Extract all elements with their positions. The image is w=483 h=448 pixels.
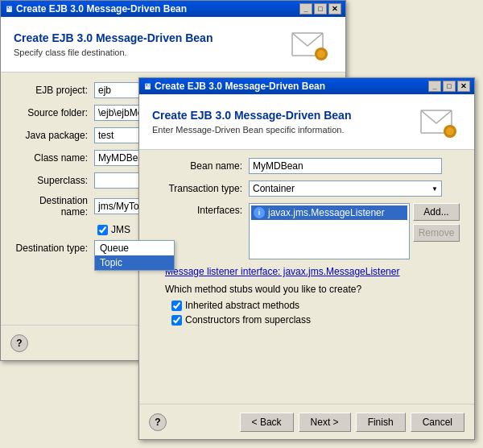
bg-minimize-btn[interactable]: _ [299,3,312,15]
transaction-type-value: Container [253,183,295,194]
interfaces-list: i javax.jms.MessageListener [249,203,410,259]
superclass-label: Superclass: [14,175,94,186]
jms-label: JMS [111,224,130,235]
foreground-window: 🖥 Create EJB 3.0 Message-Driven Bean _ □… [138,77,475,440]
inherited-abstract-row: Inherited abstract methods [171,300,461,311]
bg-header-icon [291,27,332,62]
transaction-type-row: Transaction type: Container [152,180,461,197]
fg-maximize-btn[interactable]: □ [443,81,456,92]
destination-type-popup: Queue Topic [94,240,175,271]
add-interface-btn[interactable]: Add... [413,203,460,221]
message-listener-link[interactable]: Message listener interface: javax.jms.Me… [165,266,399,277]
svg-point-2 [317,50,325,58]
fg-header-subtitle: Enter Message-Driven Bean specific infor… [152,125,351,135]
inherited-abstract-checkbox[interactable] [171,301,182,311]
bean-name-input[interactable] [249,158,442,174]
bg-close-btn[interactable]: ✕ [328,3,341,15]
java-package-label: Java package: [14,130,94,141]
destination-name-label: Destination name: [14,195,94,218]
method-stubs-title: Which method stubs would you like to cre… [165,284,461,295]
fg-next-btn[interactable]: Next > [299,413,351,432]
source-folder-label: Source folder: [14,107,94,118]
fg-window-title: Create EJB 3.0 Message-Driven Bean [155,81,325,92]
transaction-type-label: Transaction type: [152,183,249,194]
destination-type-container: Topic Queue Topic [94,240,175,256]
fg-bottom-bar: ? < Back Next > Finish Cancel [139,404,474,439]
destination-type-label: Destination type: [14,243,94,254]
fg-form: Bean name: Transaction type: Container I… [139,150,474,337]
mail-envelope-icon [291,27,332,62]
bg-maximize-btn[interactable]: □ [314,3,327,15]
queue-option[interactable]: Queue [95,241,174,255]
bg-help-btn[interactable]: ? [10,334,28,352]
transaction-type-select[interactable]: Container [249,180,442,197]
fg-mail-envelope-icon [419,104,461,139]
jms-checkbox[interactable] [97,225,108,235]
bean-name-label: Bean name: [152,160,249,172]
fg-minimize-btn[interactable]: _ [428,81,441,92]
method-stubs-section: Which method stubs would you like to cre… [165,284,461,326]
fg-finish-btn[interactable]: Finish [356,413,406,432]
bg-titlebar: 🖥 Create EJB 3.0 Message-Driven Bean _ □… [1,1,345,17]
remove-interface-btn[interactable]: Remove [413,224,460,242]
fg-header-title: Create EJB 3.0 Message-Driven Bean [152,109,351,122]
bean-name-row: Bean name: [152,158,461,174]
fg-back-btn[interactable]: < Back [240,413,294,432]
interface-name: javax.jms.MessageListener [268,207,385,218]
svg-point-5 [446,127,454,135]
bg-header-title: Create EJB 3.0 Message-Driven Bean [14,31,213,44]
fg-window-header: Create EJB 3.0 Message-Driven Bean Enter… [139,94,474,150]
bg-header-subtitle: Specify class file destination. [14,48,213,57]
class-name-label: Class name: [14,152,94,164]
inherited-abstract-label: Inherited abstract methods [185,300,299,311]
interface-item: i javax.jms.MessageListener [251,205,407,220]
interfaces-section: Interfaces: i javax.jms.MessageListener … [152,203,461,259]
bg-title-icon: 🖥 [5,5,13,14]
fg-cancel-btn[interactable]: Cancel [411,413,464,432]
fg-titlebar: 🖥 Create EJB 3.0 Message-Driven Bean _ □… [139,78,474,94]
fg-header-icon [419,104,461,139]
constructors-label: Constructors from superclass [185,314,311,326]
fg-close-btn[interactable]: ✕ [457,81,470,92]
bg-window-title: Create EJB 3.0 Message-Driven Bean [16,3,187,15]
fg-title-icon: 🖥 [143,82,151,91]
fg-help-btn[interactable]: ? [149,413,167,431]
constructors-row: Constructors from superclass [171,314,461,326]
constructors-checkbox[interactable] [171,315,182,326]
interfaces-label: Interfaces: [152,203,249,216]
topic-option[interactable]: Topic [95,255,174,270]
bg-window-header: Create EJB 3.0 Message-Driven Bean Speci… [1,17,345,73]
interface-info-icon: i [254,207,265,218]
ejb-project-label: EJB project: [14,85,94,96]
